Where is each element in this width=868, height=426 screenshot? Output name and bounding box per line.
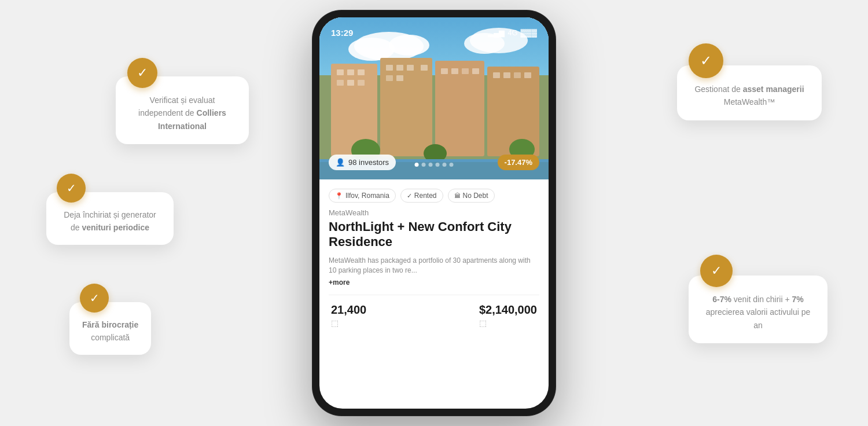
phone-frame: 13:29 ▂▄▆ 4G ▓▓▓ 👤 98 investors xyxy=(312,10,556,416)
svg-rect-23 xyxy=(396,75,403,81)
network-label: 4G xyxy=(507,28,517,37)
card-verified-text: Verificat și evaluat independent de Coll… xyxy=(130,89,235,133)
svg-rect-26 xyxy=(462,68,469,74)
investors-icon: 👤 xyxy=(336,158,345,167)
stat-value-1: 21,400 xyxy=(331,303,366,317)
tag-debt-label: No Debt xyxy=(463,192,488,200)
tag-rented: ✓ Rented xyxy=(400,189,443,203)
svg-rect-12 xyxy=(337,69,344,75)
tags-row: 📍 Ilfov, Romania ✓ Rented 🏛 No Debt xyxy=(329,189,539,203)
card-returns: ✓ 6-7% venit din chirii + 7% aprecierea … xyxy=(689,255,827,343)
card-rented-bold: venituri periodice xyxy=(82,223,149,232)
card-bureaucracy-text: Fără birocrațiecomplicată xyxy=(82,314,138,344)
svg-rect-9 xyxy=(380,58,432,156)
card-returns-text: 6-7% venit din chirii + 7% aprecierea va… xyxy=(703,288,814,332)
phone-screen: 13:29 ▂▄▆ 4G ▓▓▓ 👤 98 investors xyxy=(319,17,549,409)
card-bureaucracy-content: Fără birocrațiecomplicată xyxy=(69,302,151,355)
svg-rect-28 xyxy=(493,72,500,78)
card-rented-text: Deja închiriat și generator de venituri … xyxy=(59,204,161,234)
svg-rect-22 xyxy=(386,75,393,81)
dot-4[interactable] xyxy=(436,163,440,167)
svg-rect-21 xyxy=(421,65,428,71)
svg-rect-25 xyxy=(451,68,458,74)
bank-icon: 🏛 xyxy=(454,192,461,199)
property-image: 13:29 ▂▄▆ 4G ▓▓▓ 👤 98 investors xyxy=(319,17,549,179)
investors-count: 98 investors xyxy=(348,158,389,167)
svg-rect-31 xyxy=(524,72,531,78)
check-icon: ✓ xyxy=(407,192,412,200)
battery-icon: ▓▓▓ xyxy=(521,28,537,37)
svg-rect-16 xyxy=(347,80,354,86)
tag-rented-label: Rented xyxy=(414,192,437,200)
card-managed: ✓ Gestionat de asset managerii MetaWealt… xyxy=(677,43,822,120)
dot-2[interactable] xyxy=(422,163,426,167)
status-bar: 13:29 ▂▄▆ 4G ▓▓▓ xyxy=(319,17,549,43)
card-no-bureaucracy: ✓ Fără birocrațiecomplicată xyxy=(69,284,151,355)
investors-badge: 👤 98 investors xyxy=(329,155,396,170)
divider xyxy=(329,295,539,295)
card-returns-bold-2: 7% xyxy=(792,295,804,304)
discount-badge: -17.47% xyxy=(498,155,539,170)
svg-rect-10 xyxy=(435,61,484,156)
check-icon-rented: ✓ xyxy=(57,174,86,203)
svg-rect-30 xyxy=(514,72,521,78)
status-icons: ▂▄▆ 4G ▓▓▓ xyxy=(488,28,537,37)
card-rented: ✓ Deja închiriat și generator de venitur… xyxy=(46,174,174,245)
phone-container: 13:29 ▂▄▆ 4G ▓▓▓ 👤 98 investors xyxy=(312,10,556,416)
status-time: 13:29 xyxy=(331,28,353,38)
property-details: 📍 Ilfov, Romania ✓ Rented 🏛 No Debt Meta… xyxy=(319,179,549,337)
tag-location: 📍 Ilfov, Romania xyxy=(329,189,396,203)
check-icon-verified: ✓ xyxy=(127,58,157,88)
location-icon: 📍 xyxy=(335,192,343,200)
dot-6[interactable] xyxy=(450,163,454,167)
card-managed-bold: asset managerii xyxy=(743,85,804,94)
more-link[interactable]: +more xyxy=(329,278,539,287)
property-company: MetaWealth xyxy=(329,208,539,217)
svg-rect-19 xyxy=(396,65,403,71)
stat-icon-2: ⬚ xyxy=(479,318,537,328)
check-icon-returns: ✓ xyxy=(700,255,733,287)
dot-5[interactable] xyxy=(443,163,447,167)
svg-rect-29 xyxy=(503,72,510,78)
check-icon-bureaucracy: ✓ xyxy=(80,284,109,313)
svg-rect-15 xyxy=(337,80,344,86)
carousel-dots xyxy=(415,163,454,167)
card-managed-text: Gestionat de asset managerii MetaWealth™ xyxy=(691,78,808,109)
stat-value-2: $2,140,000 xyxy=(479,303,537,317)
tag-location-label: Ilfov, Romania xyxy=(345,192,389,200)
svg-rect-13 xyxy=(347,69,354,75)
stat-item-1: 21,400 ⬚ xyxy=(331,303,366,328)
dot-1[interactable] xyxy=(415,163,419,167)
stat-item-2: $2,140,000 ⬚ xyxy=(479,303,537,328)
signal-icon: ▂▄▆ xyxy=(488,28,505,37)
property-description: MetaWealth has packaged a portfolio of 3… xyxy=(329,256,539,276)
card-verified: ✓ Verificat și evaluat independent de Co… xyxy=(116,58,249,144)
svg-rect-24 xyxy=(441,68,448,74)
dot-3[interactable] xyxy=(429,163,433,167)
check-icon-managed: ✓ xyxy=(689,43,723,78)
card-returns-bold-1: 6-7% xyxy=(712,295,731,304)
tag-debt: 🏛 No Debt xyxy=(448,189,495,203)
stats-row: 21,400 ⬚ $2,140,000 ⬚ xyxy=(329,303,539,328)
svg-rect-20 xyxy=(407,65,414,71)
svg-rect-18 xyxy=(386,65,393,71)
property-title: NorthLight + New Confort City Residence xyxy=(329,219,539,250)
svg-rect-17 xyxy=(358,80,365,86)
card-bureaucracy-bold: Fără birocrație xyxy=(82,320,138,329)
svg-rect-27 xyxy=(472,68,479,74)
stat-icon-1: ⬚ xyxy=(331,318,366,328)
svg-rect-14 xyxy=(358,69,365,75)
